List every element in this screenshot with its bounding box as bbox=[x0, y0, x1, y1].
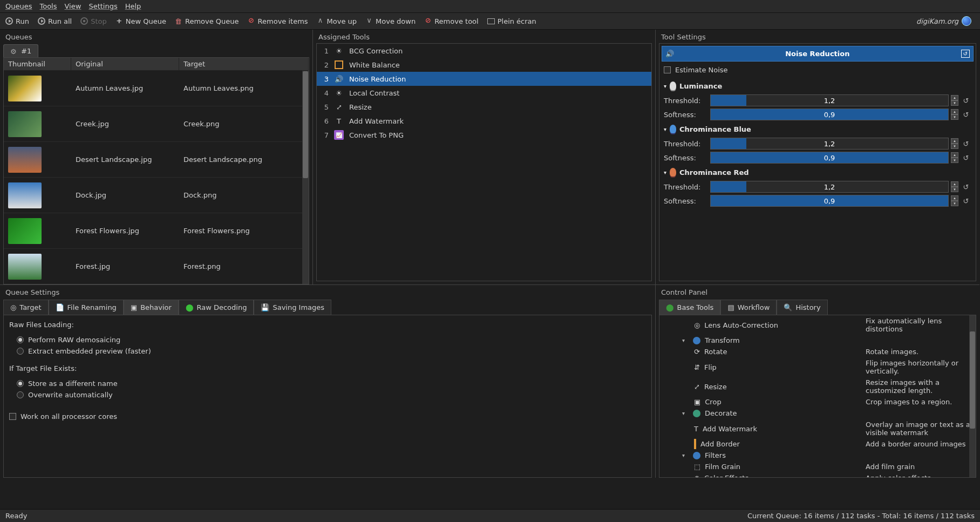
tab-raw-decoding[interactable]: ⬤Raw Decoding bbox=[179, 300, 254, 315]
spin-buttons[interactable]: ▴▾ bbox=[951, 181, 958, 192]
assigned-tool-row[interactable]: 3🔊Noise Reduction bbox=[317, 72, 651, 86]
assigned-tool-row[interactable]: 5⤢Resize bbox=[317, 100, 651, 114]
tree-tool[interactable]: ⟳RotateRotate images. bbox=[659, 346, 976, 357]
queue-row[interactable]: Desert Landscape.jpgDesert Landscape.png bbox=[4, 142, 309, 178]
target-filename: Forest.png bbox=[179, 262, 309, 270]
reset-tool-icon[interactable]: ↺ bbox=[961, 50, 970, 58]
tree-tool[interactable]: ⬚Film GrainAdd film grain bbox=[659, 461, 976, 472]
original-filename: Dock.jpg bbox=[71, 191, 179, 199]
chromblue-softness-slider[interactable]: 0,9 bbox=[710, 152, 949, 164]
store-as-radio[interactable] bbox=[17, 380, 24, 387]
assigned-tool-row[interactable]: 1☀BCG Correction bbox=[317, 44, 651, 58]
reset-icon[interactable]: ↺ bbox=[961, 138, 971, 149]
chromred-softness-slider[interactable]: 0,9 bbox=[710, 195, 949, 207]
queue-row[interactable]: Forest Flowers.jpgForest Flowers.png bbox=[4, 213, 309, 249]
tree-category[interactable]: ▾Transform bbox=[659, 335, 976, 346]
tool-description: Crop images to a region. bbox=[866, 398, 971, 406]
queue-row[interactable]: Autumn Leaves.jpgAutumn Leaves.png bbox=[4, 71, 309, 106]
fullscreen-button[interactable]: Plein écran bbox=[487, 17, 536, 25]
menu-help[interactable]: Help bbox=[125, 2, 141, 10]
reset-icon[interactable]: ↺ bbox=[961, 109, 971, 120]
remove-queue-button[interactable]: 🗑Remove Queue bbox=[175, 17, 239, 25]
flip-icon: ⇵ bbox=[694, 363, 700, 371]
grain-icon: ⬚ bbox=[694, 463, 700, 471]
assigned-tool-row[interactable]: 7📈Convert To PNG bbox=[317, 128, 651, 142]
target-filename: Creek.png bbox=[179, 120, 309, 128]
tree-tool[interactable]: ◎Lens Auto-CorrectionFix automatically l… bbox=[659, 315, 976, 335]
tree-category[interactable]: ▾Decorate bbox=[659, 408, 976, 419]
tree-tool[interactable]: Add BorderAdd a border around images bbox=[659, 438, 976, 450]
tree-tool[interactable]: TAdd WatermarkOverlay an image or text a… bbox=[659, 419, 976, 438]
spin-buttons[interactable]: ▴▾ bbox=[951, 152, 958, 163]
all-cores-checkbox[interactable] bbox=[9, 413, 16, 420]
luminance-threshold-slider[interactable]: 1,2 bbox=[710, 94, 949, 106]
new-queue-button[interactable]: +New Queue bbox=[115, 17, 166, 25]
overwrite-radio[interactable] bbox=[17, 391, 24, 398]
col-target[interactable]: Target bbox=[179, 58, 309, 70]
tree-tool[interactable]: ✷Color EffectsApply color effects bbox=[659, 472, 976, 478]
remove-tool-button[interactable]: ⊘Remove tool bbox=[424, 17, 479, 25]
save-icon: 💾 bbox=[261, 303, 269, 311]
queue-settings-title: Queue Settings bbox=[0, 285, 655, 299]
queue-row[interactable]: Dock.jpgDock.png bbox=[4, 178, 309, 213]
spin-buttons[interactable]: ▴▾ bbox=[951, 95, 958, 106]
spin-buttons[interactable]: ▴▾ bbox=[951, 195, 958, 206]
spin-buttons[interactable]: ▴▾ bbox=[951, 138, 958, 149]
reset-icon[interactable]: ↺ bbox=[961, 195, 971, 206]
queue-row[interactable]: Creek.jpgCreek.png bbox=[4, 106, 309, 142]
softness-label: Softness: bbox=[664, 154, 708, 162]
spin-buttons[interactable]: ▴▾ bbox=[951, 109, 958, 120]
menu-settings[interactable]: Settings bbox=[89, 2, 117, 10]
col-original[interactable]: Original bbox=[71, 58, 179, 70]
remove-items-button[interactable]: ⊘Remove items bbox=[248, 17, 308, 25]
tool-name: Lens Auto-Correction bbox=[704, 321, 778, 329]
queue-row[interactable]: Forest.jpgForest.png bbox=[4, 249, 309, 284]
menu-tools[interactable]: Tools bbox=[39, 2, 57, 10]
reset-icon[interactable]: ↺ bbox=[961, 181, 971, 192]
chromblue-threshold-slider[interactable]: 1,2 bbox=[710, 138, 949, 150]
tab-workflow[interactable]: ▤Workflow bbox=[720, 300, 777, 315]
tool-description: Resize images with a customized length. bbox=[866, 378, 971, 395]
stop-button[interactable]: Stop bbox=[80, 17, 107, 25]
thumbnail bbox=[8, 111, 42, 137]
assigned-tool-row[interactable]: 2White Balance bbox=[317, 58, 651, 72]
tree-tool[interactable]: ⇵FlipFlip images horizontally or vertica… bbox=[659, 357, 976, 377]
move-down-button[interactable]: ∨Move down bbox=[365, 17, 416, 25]
tab-base-tools[interactable]: ⬤Base Tools bbox=[659, 300, 720, 315]
move-up-button[interactable]: ∧Move up bbox=[317, 17, 357, 25]
queue-scrollbar[interactable] bbox=[302, 71, 309, 284]
tab-target[interactable]: ◎Target bbox=[3, 300, 49, 315]
bulb-white-icon bbox=[670, 82, 676, 90]
assigned-tool-row[interactable]: 6TAdd Watermark bbox=[317, 114, 651, 128]
tree-category[interactable]: ▾Filters bbox=[659, 450, 976, 461]
luminance-softness-slider[interactable]: 0,9 bbox=[710, 109, 949, 120]
menu-view[interactable]: View bbox=[65, 2, 81, 10]
tab-saving-images[interactable]: 💾Saving Images bbox=[254, 300, 331, 315]
tab-file-renaming[interactable]: 📄File Renaming bbox=[49, 300, 124, 315]
bulb-blue-icon bbox=[670, 125, 676, 133]
group-chrominance-red[interactable]: ▾ Chrominance Red bbox=[662, 165, 974, 180]
group-chrominance-blue[interactable]: ▾ Chrominance Blue bbox=[662, 121, 974, 137]
perform-raw-radio[interactable] bbox=[17, 336, 24, 343]
estimate-noise-checkbox[interactable] bbox=[664, 66, 671, 73]
brand-link[interactable]: digiKam.org bbox=[916, 16, 971, 26]
menu-queues[interactable]: Queues bbox=[5, 2, 32, 10]
tab-history[interactable]: 🔍History bbox=[777, 300, 827, 315]
queue-tab-1[interactable]: ⚙ #1 bbox=[3, 44, 38, 57]
category-icon bbox=[693, 337, 700, 344]
reset-icon[interactable]: ↺ bbox=[961, 95, 971, 106]
run-button[interactable]: Run bbox=[5, 17, 29, 25]
run-all-button[interactable]: Run all bbox=[38, 17, 72, 25]
target-exists-label: If Target File Exists: bbox=[9, 364, 646, 372]
tree-tool[interactable]: ▣CropCrop images to a region. bbox=[659, 396, 976, 408]
tab-behavior[interactable]: ▣Behavior bbox=[124, 300, 179, 315]
control-scrollbar[interactable] bbox=[969, 315, 976, 477]
reset-icon[interactable]: ↺ bbox=[961, 152, 971, 163]
col-thumbnail[interactable]: Thumbnail bbox=[4, 58, 71, 70]
extract-preview-radio[interactable] bbox=[17, 348, 24, 355]
chromred-threshold-slider[interactable]: 1,2 bbox=[710, 181, 949, 193]
group-luminance[interactable]: ▾ Luminance bbox=[662, 78, 974, 93]
tool-description: Flip images horizontally or vertically. bbox=[866, 359, 971, 375]
assigned-tool-row[interactable]: 4☀Local Contrast bbox=[317, 86, 651, 100]
tree-tool[interactable]: ⤢ResizeResize images with a customized l… bbox=[659, 377, 976, 396]
